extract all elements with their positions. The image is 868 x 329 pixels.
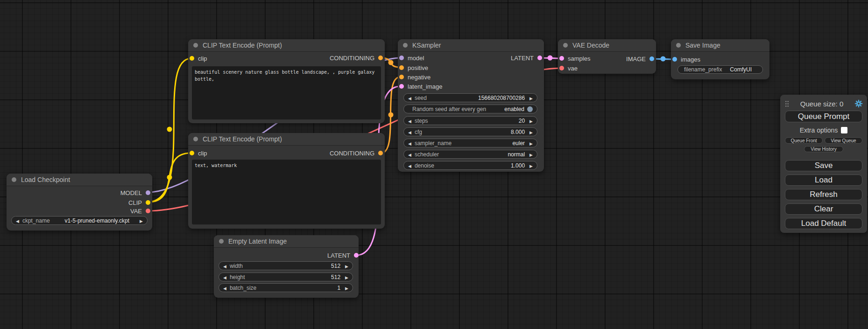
negative-prompt-textarea[interactable]: text, watermark: [192, 160, 381, 224]
widget-filename-prefix[interactable]: filename_prefix ComfyUI: [677, 65, 763, 74]
decrement-arrow-icon[interactable]: [223, 285, 230, 291]
node-save-image[interactable]: Save Image images filename_prefix ComfyU…: [671, 39, 769, 79]
decrement-arrow-icon[interactable]: [16, 217, 22, 224]
settings-gear-icon[interactable]: [854, 99, 863, 108]
load-default-button[interactable]: Load Default: [785, 218, 862, 229]
widget-label: Random seed after every gen: [412, 106, 486, 112]
node-title-bar[interactable]: Save Image: [671, 39, 769, 52]
increment-arrow-icon[interactable]: [525, 118, 533, 124]
increment-arrow-icon[interactable]: [135, 217, 143, 224]
clip-input-socket[interactable]: [190, 151, 194, 155]
latent-output-socket[interactable]: [537, 56, 542, 60]
increment-arrow-icon[interactable]: [340, 285, 348, 291]
conditioning-output-socket[interactable]: [378, 151, 383, 155]
save-button[interactable]: Save: [785, 160, 862, 171]
port-label: latent_image: [408, 83, 442, 90]
positive-prompt-textarea[interactable]: beautiful scenery nature glass bottle la…: [192, 66, 381, 119]
node-load-checkpoint[interactable]: Load Checkpoint MODEL CLIP VAE ckpt_name…: [7, 174, 152, 231]
decrement-arrow-icon[interactable]: [408, 151, 415, 158]
widget-sampler-name[interactable]: sampler_name euler: [403, 139, 537, 147]
refresh-button[interactable]: Refresh: [785, 189, 862, 200]
samples-input-socket[interactable]: [559, 56, 564, 61]
collapse-dot-icon[interactable]: [12, 177, 16, 182]
widget-value: 1: [337, 285, 340, 291]
decrement-arrow-icon[interactable]: [408, 118, 415, 124]
widget-value: 512: [331, 263, 340, 269]
collapse-dot-icon[interactable]: [219, 239, 224, 244]
vae-output-socket[interactable]: [146, 209, 150, 213]
widget-random-seed[interactable]: Random seed after every gen enabled: [403, 105, 537, 113]
collapse-dot-icon[interactable]: [193, 137, 198, 141]
decrement-arrow-icon[interactable]: [408, 95, 415, 101]
panel-drag-handle-icon[interactable]: [785, 100, 789, 107]
decrement-arrow-icon[interactable]: [408, 162, 415, 169]
decrement-arrow-icon[interactable]: [223, 263, 230, 269]
increment-arrow-icon[interactable]: [525, 151, 533, 158]
node-vae-decode[interactable]: VAE Decode samples vae IMAGE: [558, 39, 656, 74]
latent-output-socket[interactable]: [354, 253, 359, 258]
increment-arrow-icon[interactable]: [525, 95, 533, 101]
negative-input-socket[interactable]: [399, 75, 404, 79]
link-midpoint-dot: [388, 112, 394, 118]
collapse-dot-icon[interactable]: [403, 43, 408, 48]
increment-arrow-icon[interactable]: [340, 274, 348, 280]
increment-arrow-icon[interactable]: [525, 162, 533, 169]
increment-arrow-icon[interactable]: [525, 140, 533, 147]
widget-cfg[interactable]: cfg 8.000: [403, 127, 537, 136]
widget-steps[interactable]: steps 20: [403, 116, 537, 125]
clear-button[interactable]: Clear: [785, 203, 862, 215]
extra-options-checkbox[interactable]: [841, 127, 847, 133]
positive-input-socket[interactable]: [399, 65, 404, 70]
node-ksampler[interactable]: KSampler model positive negative latent_…: [398, 39, 544, 172]
node-title-bar[interactable]: Load Checkpoint: [7, 174, 152, 186]
node-clip-text-encode-positive[interactable]: CLIP Text Encode (Prompt) clip CONDITION…: [188, 39, 385, 123]
decrement-arrow-icon[interactable]: [408, 140, 415, 147]
widget-value: ComfyUI: [730, 66, 752, 73]
decrement-arrow-icon[interactable]: [223, 274, 230, 280]
model-input-socket[interactable]: [399, 56, 404, 60]
view-history-button[interactable]: View History: [804, 146, 843, 152]
view-queue-button[interactable]: View Queue: [825, 137, 862, 144]
node-title-bar[interactable]: CLIP Text Encode (Prompt): [188, 133, 385, 146]
node-title-bar[interactable]: CLIP Text Encode (Prompt): [188, 39, 385, 52]
node-title-bar[interactable]: Empty Latent Image: [214, 235, 359, 248]
widget-denoise[interactable]: denoise 1.000: [403, 161, 537, 170]
collapse-dot-icon[interactable]: [563, 43, 568, 48]
widget-label: height: [230, 274, 245, 280]
queue-size-label: Queue size: 0: [789, 100, 854, 108]
increment-arrow-icon[interactable]: [525, 129, 533, 135]
node-clip-text-encode-negative[interactable]: CLIP Text Encode (Prompt) clip CONDITION…: [188, 133, 385, 229]
conditioning-output-socket[interactable]: [378, 56, 383, 60]
increment-arrow-icon[interactable]: [340, 263, 348, 269]
load-button[interactable]: Load: [785, 175, 862, 186]
port-label: vae: [568, 65, 578, 72]
output-port-latent: LATENT: [327, 251, 359, 260]
image-output-socket[interactable]: [649, 56, 654, 61]
widget-value: 20: [519, 118, 525, 124]
node-title-bar[interactable]: KSampler: [398, 39, 544, 52]
random-seed-toggle-icon[interactable]: [527, 106, 533, 112]
vae-input-socket[interactable]: [559, 66, 564, 70]
port-label: CLIP: [128, 199, 142, 206]
node-empty-latent-image[interactable]: Empty Latent Image LATENT width 512 heig…: [214, 235, 359, 298]
link-midpoint-dot: [661, 56, 666, 62]
queue-prompt-button[interactable]: Queue Prompt: [785, 111, 862, 122]
collapse-dot-icon[interactable]: [193, 43, 198, 48]
node-title-bar[interactable]: VAE Decode: [558, 39, 656, 52]
widget-ckpt-name[interactable]: ckpt_name v1-5-pruned-emaonly.ckpt: [11, 216, 148, 225]
widget-width[interactable]: width 512: [219, 261, 353, 270]
collapse-dot-icon[interactable]: [676, 43, 681, 48]
clip-output-socket[interactable]: [146, 200, 150, 205]
widget-height[interactable]: height 512: [219, 273, 353, 281]
clip-input-socket[interactable]: [190, 56, 194, 61]
comfyui-node-canvas[interactable]: { "links": { "model": "#b39ddb", "clip":…: [0, 0, 868, 329]
model-output-socket[interactable]: [146, 190, 150, 195]
decrement-arrow-icon[interactable]: [408, 129, 415, 135]
widget-batch-size[interactable]: batch_size 1: [219, 283, 353, 292]
images-input-socket[interactable]: [672, 57, 677, 62]
input-port-vae: vae: [559, 63, 578, 73]
queue-front-button[interactable]: Queue Front: [785, 137, 823, 144]
widget-scheduler[interactable]: scheduler normal: [403, 150, 537, 159]
widget-seed[interactable]: seed 156680208700286: [403, 93, 537, 102]
latent-image-input-socket[interactable]: [399, 84, 404, 89]
